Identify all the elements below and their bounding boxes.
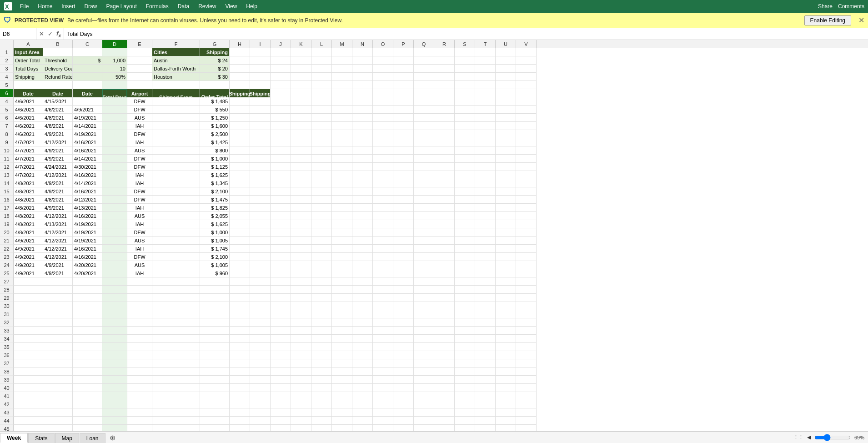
empty-cell[interactable] bbox=[332, 400, 352, 408]
empty-cell[interactable] bbox=[332, 277, 352, 286]
data-cell[interactable]: IAH bbox=[127, 122, 152, 130]
cell-o3[interactable] bbox=[373, 65, 393, 73]
empty-cell[interactable] bbox=[291, 302, 311, 310]
cell-c4[interactable] bbox=[73, 73, 102, 81]
empty-cell[interactable] bbox=[152, 327, 200, 335]
empty-cell[interactable] bbox=[311, 425, 332, 431]
data-cell[interactable]: 4/8/2021 bbox=[43, 114, 73, 122]
data-cell[interactable] bbox=[393, 114, 414, 122]
empty-cell[interactable] bbox=[127, 327, 152, 335]
data-cell[interactable]: IAH bbox=[127, 179, 152, 187]
data-cell[interactable]: 4/16/2021 bbox=[73, 187, 102, 196]
empty-cell[interactable] bbox=[373, 302, 393, 310]
data-cell[interactable] bbox=[455, 220, 475, 228]
data-cell[interactable] bbox=[352, 220, 373, 228]
empty-cell[interactable] bbox=[414, 286, 434, 294]
data-cell[interactable]: 4/8/2021 bbox=[43, 196, 73, 204]
empty-cell[interactable] bbox=[352, 351, 373, 359]
data-cell[interactable] bbox=[152, 253, 200, 261]
data-cell[interactable] bbox=[250, 261, 271, 269]
empty-cell[interactable] bbox=[14, 408, 43, 417]
data-cell[interactable]: IAH bbox=[127, 138, 152, 146]
empty-cell[interactable] bbox=[127, 351, 152, 359]
empty-cell[interactable] bbox=[43, 408, 73, 417]
col-header-o[interactable]: O bbox=[373, 40, 393, 48]
empty-cell[interactable] bbox=[516, 310, 537, 318]
col-header-u[interactable]: U bbox=[496, 40, 516, 48]
empty-cell[interactable] bbox=[332, 408, 352, 417]
data-cell[interactable] bbox=[373, 163, 393, 171]
data-cell[interactable] bbox=[102, 179, 127, 187]
data-cell[interactable] bbox=[414, 196, 434, 204]
data-cell[interactable] bbox=[102, 269, 127, 277]
data-cell[interactable] bbox=[230, 114, 250, 122]
empty-cell[interactable] bbox=[127, 318, 152, 327]
empty-cell[interactable] bbox=[373, 351, 393, 359]
empty-cell[interactable] bbox=[250, 294, 271, 302]
empty-cell[interactable] bbox=[393, 294, 414, 302]
data-cell[interactable] bbox=[271, 228, 291, 237]
data-cell[interactable] bbox=[373, 269, 393, 277]
empty-cell[interactable] bbox=[73, 400, 102, 408]
empty-cell[interactable] bbox=[291, 408, 311, 417]
data-cell[interactable] bbox=[516, 146, 537, 155]
data-cell[interactable]: 4/8/2021 bbox=[14, 196, 43, 204]
empty-cell[interactable] bbox=[516, 400, 537, 408]
empty-cell[interactable] bbox=[102, 400, 127, 408]
tab-map[interactable]: Map bbox=[55, 433, 79, 443]
empty-cell[interactable] bbox=[373, 310, 393, 318]
data-cell[interactable] bbox=[455, 253, 475, 261]
empty-cell[interactable] bbox=[73, 310, 102, 318]
data-cell[interactable] bbox=[414, 204, 434, 212]
data-cell[interactable] bbox=[250, 146, 271, 155]
data-cell[interactable]: 4/6/2021 bbox=[14, 122, 43, 130]
data-cell[interactable] bbox=[311, 204, 332, 212]
data-cell[interactable] bbox=[373, 146, 393, 155]
data-cell[interactable] bbox=[230, 130, 250, 138]
empty-cell[interactable] bbox=[455, 384, 475, 392]
data-cell[interactable] bbox=[102, 146, 127, 155]
data-cell[interactable] bbox=[352, 187, 373, 196]
data-cell[interactable]: DFW bbox=[127, 97, 152, 106]
cell-e5[interactable] bbox=[127, 81, 152, 89]
cell-d2[interactable]: 1,000 bbox=[102, 56, 127, 65]
data-cell[interactable] bbox=[250, 179, 271, 187]
empty-cell[interactable] bbox=[43, 327, 73, 335]
empty-cell[interactable] bbox=[311, 384, 332, 392]
empty-cell[interactable] bbox=[352, 294, 373, 302]
menu-draw[interactable]: Draw bbox=[80, 2, 100, 10]
empty-cell[interactable] bbox=[311, 335, 332, 343]
data-cell[interactable]: 4/8/2021 bbox=[14, 212, 43, 220]
data-cell[interactable]: 4/9/2021 bbox=[43, 155, 73, 163]
empty-cell[interactable] bbox=[393, 277, 414, 286]
data-cell[interactable] bbox=[332, 138, 352, 146]
data-cell[interactable] bbox=[434, 171, 455, 179]
data-cell[interactable] bbox=[475, 106, 496, 114]
empty-cell[interactable] bbox=[455, 310, 475, 318]
data-cell[interactable]: 4/16/2021 bbox=[73, 253, 102, 261]
empty-cell[interactable] bbox=[455, 400, 475, 408]
data-cell[interactable] bbox=[373, 130, 393, 138]
data-cell[interactable] bbox=[230, 245, 250, 253]
data-cell[interactable] bbox=[291, 212, 311, 220]
empty-cell[interactable] bbox=[271, 425, 291, 431]
data-cell[interactable] bbox=[230, 163, 250, 171]
empty-cell[interactable] bbox=[291, 417, 311, 425]
data-cell[interactable] bbox=[455, 106, 475, 114]
data-cell[interactable] bbox=[393, 179, 414, 187]
empty-cell[interactable] bbox=[43, 343, 73, 351]
empty-cell[interactable] bbox=[102, 425, 127, 431]
data-cell[interactable] bbox=[102, 171, 127, 179]
data-cell[interactable] bbox=[352, 212, 373, 220]
empty-cell[interactable] bbox=[250, 318, 271, 327]
cell-h1[interactable] bbox=[230, 48, 250, 56]
empty-cell[interactable] bbox=[73, 286, 102, 294]
data-cell[interactable] bbox=[434, 122, 455, 130]
data-cell[interactable] bbox=[152, 245, 200, 253]
empty-cell[interactable] bbox=[455, 376, 475, 384]
empty-cell[interactable] bbox=[14, 302, 43, 310]
empty-cell[interactable] bbox=[102, 367, 127, 376]
data-cell[interactable]: 4/8/2021 bbox=[14, 204, 43, 212]
data-cell[interactable] bbox=[311, 253, 332, 261]
cell-c3[interactable] bbox=[73, 65, 102, 73]
